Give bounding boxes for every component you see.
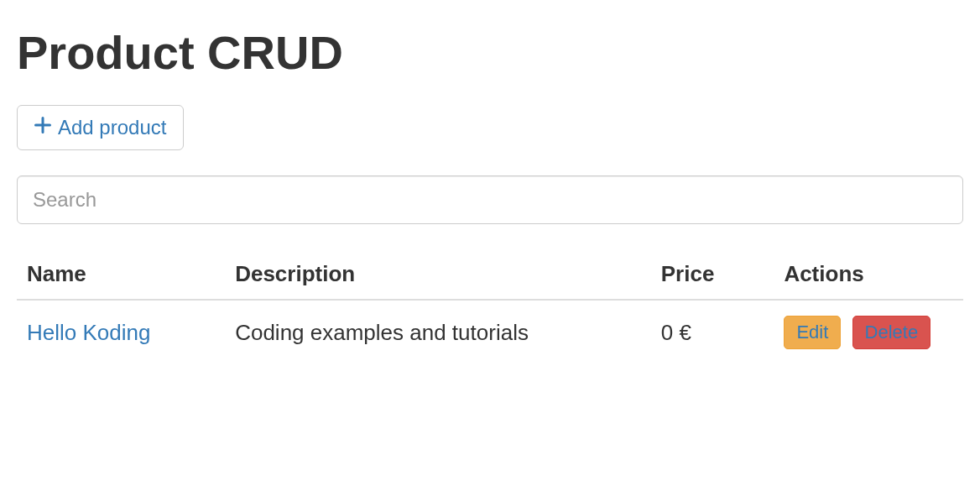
search-input[interactable] <box>17 175 963 224</box>
page-title: Product CRUD <box>17 25 963 80</box>
add-product-label: Add product <box>58 116 166 139</box>
table-header-name: Name <box>17 249 225 300</box>
products-table: Name Description Price Actions Hello Kod… <box>17 249 963 364</box>
product-description: Coding examples and tutorials <box>225 300 651 364</box>
product-name-link[interactable]: Hello Koding <box>27 320 150 345</box>
table-row: Hello Koding Coding examples and tutoria… <box>17 300 963 364</box>
product-price: 0 € <box>651 300 774 364</box>
plus-icon <box>34 117 51 139</box>
table-header-price: Price <box>651 249 774 300</box>
table-header-actions: Actions <box>774 249 963 300</box>
table-header-description: Description <box>225 249 651 300</box>
add-product-button[interactable]: Add product <box>17 105 184 150</box>
delete-button[interactable]: Delete <box>852 316 931 349</box>
edit-button[interactable]: Edit <box>784 316 841 349</box>
